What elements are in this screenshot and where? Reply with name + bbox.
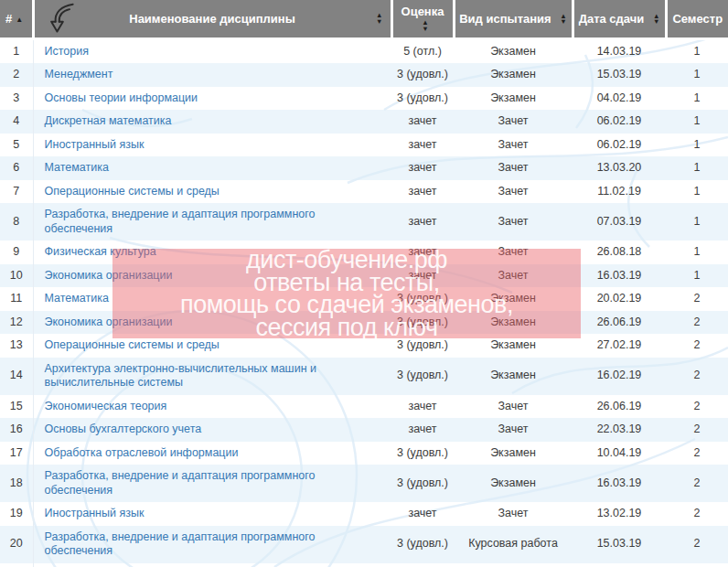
column-header-semester[interactable]: Семестр <box>666 0 728 38</box>
semester-cell: 1 <box>666 180 728 204</box>
table-row: 1 История 5 (отл.) Экзамен 14.03.19 1 <box>0 38 728 63</box>
date-cell: 26.06.19 <box>573 395 666 419</box>
discipline-link[interactable]: Менеджмент <box>45 68 113 80</box>
exam-type-cell: Экзамен <box>454 287 573 311</box>
grade-cell: 3 (удовл.) <box>391 465 454 502</box>
grade-cell: 3 (удовл.) <box>391 442 454 465</box>
date-cell: 16.03.19 <box>573 465 666 502</box>
semester-cell: 1 <box>666 203 728 241</box>
row-number: 3 <box>0 87 33 111</box>
table-row: 16 Основы бухгалтерского учета зачет Зач… <box>0 418 728 442</box>
date-cell: 10.04.19 <box>573 442 666 465</box>
exam-type-cell: Зачет <box>454 241 573 264</box>
semester-cell: 1 <box>666 63 728 87</box>
table-row: 13 Операционные системы и среды 3 (удовл… <box>0 334 728 358</box>
discipline-link[interactable]: Разработка, внедрение и адаптация програ… <box>45 530 316 558</box>
discipline-link[interactable]: Дискретная математика <box>45 114 172 127</box>
semester-cell: 2 <box>666 287 728 311</box>
semester-cell: 2 <box>666 502 728 526</box>
semester-cell: 2 <box>666 563 728 567</box>
row-number: 20 <box>0 526 33 563</box>
date-cell: 27.02.19 <box>573 334 666 358</box>
column-header-label: Семестр <box>672 12 723 26</box>
table-row: 9 Физическая культура зачет Зачет 26.08.… <box>0 241 728 264</box>
grade-cell: зачет <box>391 395 454 419</box>
table-row: 10 Экономика организации зачет Зачет 16.… <box>0 264 728 288</box>
column-header-date[interactable]: Дата сдачи ▲▼ <box>573 0 666 38</box>
exam-type-cell: Зачет <box>454 134 573 157</box>
discipline-link[interactable]: Экономика организации <box>45 316 173 328</box>
discipline-link[interactable]: Обработка отраслевой информации <box>45 446 239 459</box>
row-number: 17 <box>0 442 33 465</box>
sort-icon: ▲▼ <box>560 14 566 26</box>
grade-cell: зачет <box>391 110 454 134</box>
grade-cell: зачет <box>391 134 454 157</box>
discipline-link[interactable]: Экономика организации <box>45 269 173 282</box>
column-header-label: Вид испытания <box>459 12 551 26</box>
row-number: 12 <box>0 311 33 335</box>
row-number: 14 <box>0 358 33 395</box>
row-number: 1 <box>0 38 33 63</box>
discipline-link[interactable]: Математика <box>45 292 109 305</box>
row-number: 8 <box>0 203 33 241</box>
semester-cell: 1 <box>666 134 728 157</box>
exam-type-cell: Экзамен <box>454 87 573 111</box>
discipline-link[interactable]: Операционные системы и среды <box>45 185 219 198</box>
date-cell: 13.03.20 <box>573 156 666 180</box>
column-header-grade[interactable]: Оценка ▲▼ <box>391 0 454 38</box>
table-row: 19 Иностранный язык зачет Зачет 13.02.19… <box>0 502 728 526</box>
table-row: 3 Основы теории информации 3 (удовл.) Эк… <box>0 87 728 111</box>
table-header-row: #▲ Наименование дисциплины ▲▼ Оценка <box>0 0 728 38</box>
discipline-link[interactable]: Физическая культура <box>45 245 156 258</box>
date-cell: 26.08.18 <box>573 241 666 264</box>
column-header-label: # <box>5 12 12 26</box>
column-header-discipline[interactable]: Наименование дисциплины ▲▼ <box>33 0 391 38</box>
column-header-number[interactable]: #▲ <box>0 0 33 38</box>
grade-cell: 3 (удовл.) <box>391 526 454 563</box>
semester-cell: 2 <box>666 418 728 442</box>
grade-cell: 3 (удовл.) <box>391 358 454 395</box>
column-header-label: Оценка <box>401 5 444 18</box>
semester-cell: 2 <box>666 311 728 335</box>
exam-type-cell: Экзамен <box>454 38 573 63</box>
grade-cell: зачет <box>391 156 454 180</box>
grade-cell: зачет <box>391 563 454 567</box>
grades-table: #▲ Наименование дисциплины ▲▼ Оценка <box>0 0 728 567</box>
date-cell: 14.03.19 <box>573 38 666 63</box>
table-row: 5 Иностранный язык зачет Зачет 06.02.19 … <box>0 134 728 157</box>
grade-cell: 5 (отл.) <box>391 38 454 63</box>
row-number: 21 <box>0 563 33 567</box>
column-header-label: Дата сдачи <box>579 12 645 26</box>
exam-type-cell: Экзамен <box>454 358 573 395</box>
discipline-link[interactable]: Разработка, внедрение и адаптация програ… <box>45 208 316 235</box>
discipline-link[interactable]: Разработка, внедрение и адаптация програ… <box>45 469 316 497</box>
curved-arrow-icon <box>44 2 79 37</box>
discipline-link[interactable]: Операционные системы и среды <box>45 338 219 351</box>
grade-cell: зачет <box>391 264 454 288</box>
column-header-exam-type[interactable]: Вид испытания ▲▼ <box>454 0 573 38</box>
row-number: 2 <box>0 63 33 87</box>
row-number: 15 <box>0 395 33 419</box>
exam-type-cell: Зачет <box>454 395 573 419</box>
exam-type-cell: Зачет <box>454 264 573 288</box>
semester-cell: 1 <box>666 87 728 111</box>
discipline-link[interactable]: Математика <box>45 161 109 174</box>
grade-cell: 3 (удовл.) <box>391 287 454 311</box>
discipline-link[interactable]: История <box>45 45 89 58</box>
discipline-link[interactable]: Архитектура электронно-вычислительных ма… <box>45 362 317 390</box>
date-cell: 06.02.19 <box>573 110 666 134</box>
discipline-link[interactable]: Иностранный язык <box>45 138 145 151</box>
discipline-link[interactable]: Экономическая теория <box>45 400 167 412</box>
row-number: 6 <box>0 156 33 180</box>
column-header-label: Наименование дисциплины <box>129 12 295 26</box>
date-cell: 06.02.19 <box>573 134 666 157</box>
row-number: 16 <box>0 418 33 442</box>
discipline-link[interactable]: Основы бухгалтерского учета <box>45 423 202 435</box>
table-row: 21 Учебная практика 1 зачет Зачет 26.02.… <box>0 563 728 567</box>
table-row: 6 Математика зачет Зачет 13.03.20 1 <box>0 156 728 180</box>
discipline-link[interactable]: Иностранный язык <box>45 507 145 519</box>
discipline-link[interactable]: Основы теории информации <box>45 91 198 104</box>
semester-cell: 2 <box>666 442 728 465</box>
row-number: 7 <box>0 180 33 204</box>
table-row: 17 Обработка отраслевой информации 3 (уд… <box>0 442 728 465</box>
